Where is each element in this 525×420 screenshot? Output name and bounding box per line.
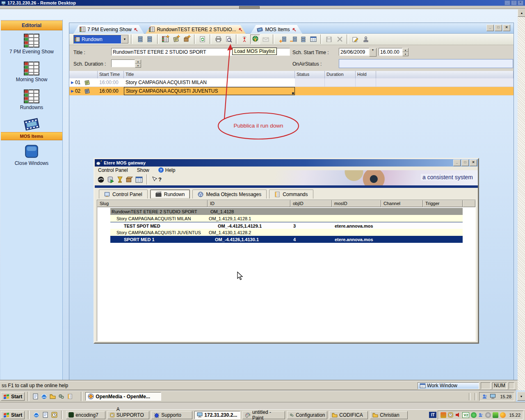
scroll-down-button[interactable]: ▼ bbox=[517, 392, 525, 401]
grid-row-rundown[interactable]: RundownTEST ETERE 2 STUDIO SPORT OM_1.41… bbox=[110, 208, 463, 215]
save-button[interactable] bbox=[324, 34, 334, 44]
col-duration[interactable]: Duration bbox=[325, 71, 356, 78]
gold-cup-icon[interactable] bbox=[117, 176, 123, 183]
start-time-spinner[interactable]: 16.00.00 ▲ ▼ bbox=[379, 48, 409, 56]
rd-hscroll-thumb[interactable] bbox=[239, 6, 260, 9]
tab-7pm-evening-show[interactable]: 7 PM Evening Show bbox=[73, 25, 144, 34]
tray-display-icon[interactable] bbox=[490, 394, 496, 399]
print-preview-button[interactable] bbox=[224, 34, 234, 44]
cell-resize-handle[interactable] bbox=[292, 92, 294, 94]
taskbar-christian[interactable]: Christian bbox=[370, 411, 408, 419]
date-dropdown-button[interactable]: ▼ bbox=[369, 48, 377, 57]
menu-help[interactable]: ? Help bbox=[158, 167, 176, 173]
duration-up-button[interactable]: ▲ bbox=[135, 59, 141, 64]
rd-restore-button[interactable]: □ bbox=[511, 0, 517, 5]
taskbar-supporto[interactable]: Supporto bbox=[151, 411, 192, 419]
new-story-button[interactable] bbox=[171, 34, 181, 44]
time-down-button[interactable]: ▼ bbox=[402, 52, 409, 56]
grid-window-icon[interactable] bbox=[135, 176, 143, 183]
packages-icon[interactable] bbox=[126, 176, 133, 183]
sidebar-item-7pm-evening-show[interactable]: 7 PM Evening Show bbox=[1, 34, 62, 55]
rd-vertical-scrollbar[interactable]: ▲ bbox=[518, 9, 525, 390]
duration-spinner[interactable]: ▲ ▼ bbox=[111, 59, 141, 67]
gateway-minimize-button[interactable]: _ bbox=[453, 160, 461, 166]
database-run-icon[interactable] bbox=[107, 176, 114, 183]
tray-java-icon[interactable] bbox=[500, 412, 506, 418]
tray-volume-icon[interactable] bbox=[455, 412, 461, 418]
taskbar-encoding7[interactable]: encoding7 bbox=[66, 411, 105, 419]
remote-start-button[interactable]: Start bbox=[1, 392, 25, 401]
quicklaunch-notes-icon[interactable] bbox=[66, 393, 73, 400]
quicklaunch-ie-icon[interactable] bbox=[33, 411, 40, 418]
language-indicator[interactable]: IT bbox=[429, 412, 436, 418]
rundown-type-dropdown[interactable]: Rundown ▼ bbox=[73, 35, 129, 44]
taskbar-a-supporto[interactable]: A SUPPORTO ... bbox=[107, 411, 149, 419]
sidebar-item-rundowns[interactable]: Rundowns bbox=[1, 89, 62, 110]
menu-show[interactable]: Show bbox=[137, 167, 149, 173]
taskbar-remote-desktop[interactable]: 172.31.230.2... bbox=[194, 411, 240, 419]
edit-button[interactable] bbox=[350, 34, 360, 44]
new-package-button[interactable] bbox=[182, 34, 192, 44]
grid-row-story-milan[interactable]: Story CAMPAGNA ACQUISTI MILAN OM_1.4129,… bbox=[110, 215, 463, 222]
menu-control-panel[interactable]: Control Panel bbox=[98, 167, 128, 173]
window-close-button[interactable]: ✕ bbox=[503, 25, 510, 31]
col-channel[interactable]: Channel bbox=[381, 200, 423, 207]
selected-title-cell[interactable]: Story CAMPAGNA ACQUISTI JUVENTUS bbox=[124, 87, 295, 95]
load-mos-playlist-button[interactable] bbox=[250, 34, 260, 44]
gateway-tab-commands[interactable]: Commands bbox=[269, 189, 313, 199]
tray-users-icon[interactable] bbox=[482, 393, 488, 399]
tab-rundowntest-etere[interactable]: RundownTEST ETERE 2 STUDIO... bbox=[146, 25, 246, 34]
approve-stamp-button[interactable] bbox=[361, 34, 371, 44]
col-start-time[interactable]: Start Time bbox=[98, 71, 124, 78]
tab-mos-items[interactable]: MOS Items bbox=[251, 25, 302, 34]
tray-green-icon[interactable] bbox=[471, 412, 477, 418]
sidebar-item-morning-show[interactable]: Morning Show bbox=[1, 62, 62, 82]
send-mail-button[interactable] bbox=[261, 34, 271, 44]
col-objid[interactable]: objID bbox=[290, 200, 332, 207]
quicklaunch-folder-icon[interactable] bbox=[49, 393, 56, 400]
tray-shield-icon[interactable] bbox=[493, 412, 498, 418]
scroll-up-button[interactable]: ▲ bbox=[518, 9, 525, 17]
duration-down-button[interactable]: ▼ bbox=[135, 64, 141, 68]
print-button[interactable] bbox=[213, 34, 223, 44]
new-rundown-button[interactable] bbox=[161, 34, 171, 44]
outdent-row-button[interactable] bbox=[135, 34, 144, 44]
columns-setup-button[interactable] bbox=[308, 34, 318, 44]
col-mosid[interactable]: mosID bbox=[332, 200, 381, 207]
local-start-button[interactable]: Start bbox=[1, 411, 25, 419]
tray-gray-icon[interactable] bbox=[485, 412, 491, 418]
rd-horizontal-scrollbar[interactable] bbox=[0, 6, 525, 9]
move-row-button[interactable] bbox=[298, 34, 308, 44]
col-status[interactable]: Status bbox=[295, 71, 325, 78]
quicklaunch-clock-icon[interactable] bbox=[51, 411, 58, 418]
rd-close-button[interactable]: ✕ bbox=[518, 0, 523, 5]
taskbar-paint[interactable]: untitled - Paint bbox=[242, 411, 285, 419]
sidebar-item-mos-items[interactable]: MOS Items bbox=[1, 116, 62, 140]
gateway-tab-control-panel[interactable]: Control Panel bbox=[99, 189, 148, 199]
tray-v2-icon[interactable]: V2 bbox=[462, 412, 469, 418]
col-title[interactable]: Title bbox=[124, 71, 295, 78]
gateway-tab-media-objects-messages[interactable]: Media Objects Messages bbox=[192, 189, 267, 199]
delete-button[interactable] bbox=[335, 34, 345, 44]
col-slug[interactable]: Slug bbox=[97, 200, 208, 207]
dropdown-arrow-button[interactable]: ▼ bbox=[121, 35, 128, 43]
tray-users-icon[interactable] bbox=[478, 412, 484, 418]
col-hold[interactable]: Hold bbox=[356, 71, 376, 78]
window-minimize-button[interactable]: _ bbox=[486, 25, 494, 31]
taskbar-codifica[interactable]: CODIFICA bbox=[329, 411, 368, 419]
grid-row-test-spot-med[interactable]: TEST SPOT MED OM_-4.4125,1.4129.1 3 eter… bbox=[110, 222, 463, 229]
gateway-tab-rundown[interactable]: Rundown bbox=[150, 189, 190, 199]
on-air-button[interactable] bbox=[240, 34, 249, 44]
window-maximize-button[interactable]: □ bbox=[495, 25, 502, 31]
rd-minimize-button[interactable]: _ bbox=[504, 0, 510, 5]
insert-row-button[interactable] bbox=[276, 34, 286, 44]
col-id[interactable]: ID bbox=[208, 200, 290, 207]
context-help-icon[interactable]: ? bbox=[152, 176, 162, 183]
tray-grid-icon[interactable] bbox=[441, 412, 446, 418]
taskbar-openmedia-button[interactable]: OpenMedia - OpenMe... bbox=[85, 392, 161, 401]
world-icon[interactable] bbox=[97, 176, 105, 183]
quicklaunch-document-icon[interactable] bbox=[32, 393, 39, 400]
rundown-row-01[interactable]: ▶ 01 16:00:00 Story CAMPAGNA ACQUISTI MI… bbox=[69, 78, 514, 87]
refresh-button[interactable] bbox=[198, 34, 208, 44]
start-date-picker[interactable]: 26/06/2009 ▼ bbox=[339, 48, 377, 57]
